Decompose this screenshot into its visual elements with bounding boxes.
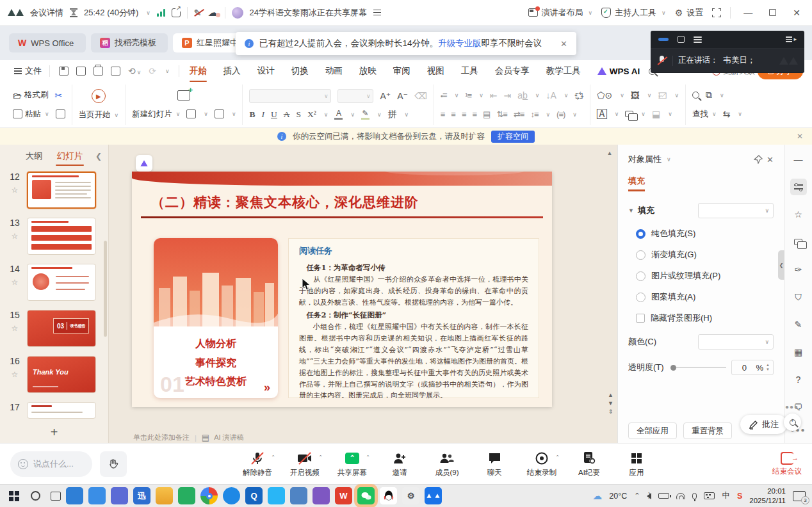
cut-icon[interactable]: ✂ [55,90,63,101]
rail-properties-icon[interactable] [790,179,807,195]
option-gradient-fill[interactable]: 渐变填充(G) [628,249,774,261]
chevron-up-icon[interactable]: ⌃ [366,455,370,460]
menu-member[interactable]: 会员专享 [487,61,537,81]
align-left-icon[interactable]: ≡ [441,109,445,119]
taskbar-search-icon[interactable] [31,491,40,501]
slide-nav-buttons[interactable]: ▲ ▼ ⇕ [608,392,613,415]
increase-indent-icon[interactable]: ⇥ [504,90,512,101]
tab-slides[interactable]: 幻灯片 [56,148,85,165]
opacity-slider[interactable] [670,365,726,371]
slide-layout-icon[interactable] [186,109,196,118]
increase-font-icon[interactable]: A⁺ [380,91,391,101]
menu-transition[interactable]: 切换 [284,61,316,81]
align-right-icon[interactable]: ≡ [462,109,466,119]
expand-storage-button[interactable]: 扩容空间 [491,131,535,143]
format-painter-button[interactable]: 🗁格式刷 [13,90,49,101]
option-pattern-fill[interactable]: 图案填充(A) [628,291,774,303]
rail-collapse-icon[interactable]: — [790,151,807,168]
font-name-select[interactable]: ∨ [249,89,331,103]
end-meeting-button[interactable]: 结束会议 [772,452,802,476]
play-from-current-button[interactable]: 当页开始∨ [79,109,119,120]
tab-docer-templates[interactable]: 稻 找稻壳模板 [91,33,168,52]
overlay-list-icon[interactable] [694,35,702,44]
meeting-details-button[interactable]: 会议详情 [30,7,63,19]
font-color-button[interactable]: A [334,109,343,120]
weather-icon[interactable]: ☁ [592,490,602,502]
rail-effects-icon[interactable]: ✑ [790,261,807,278]
save-icon[interactable] [59,67,69,76]
new-slide-button[interactable]: 新建幻灯片∨ [132,109,180,120]
task-view-icon[interactable] [51,492,61,501]
panel-close-icon[interactable]: ✕ [767,155,774,165]
meeting-timer[interactable]: 25:42 (40分钟) [84,7,138,19]
weather-temp[interactable]: 20°C [609,492,627,501]
host-tools-button[interactable]: 主持人工具∨ [601,7,666,19]
highlight-color-button[interactable]: ✎ [361,109,369,120]
slide-thumb-15[interactable]: 15☆ 03读书感悟 [6,310,106,347]
fill-tab[interactable]: 填充 [628,175,645,191]
row-spacing-icon[interactable]: ⇅≡ [496,109,507,119]
slide-thumb-13[interactable]: 13☆ [6,218,106,255]
zoom-more-icon[interactable]: ●●● [785,403,799,410]
find-button[interactable]: 查找∨ [692,109,717,120]
paste-button[interactable]: 粘贴∨ [13,109,49,120]
menu-home[interactable]: 开始 [182,61,215,81]
superscript-button[interactable]: X² [307,109,316,120]
taskbar-app-im[interactable] [268,487,285,504]
section-collapse-icon[interactable]: ▼ [628,207,634,214]
numbered-list-icon[interactable]: ¹≡ [465,91,471,101]
unmute-button[interactable]: 解除静音⌃ [242,451,273,478]
ai-notes-button[interactable]: AI纪要 [574,451,605,478]
invite-button[interactable]: 邀请 [384,451,415,478]
start-video-button[interactable]: 开启视频⌃ [289,451,320,478]
decrease-indent-icon[interactable]: ⇤ [490,90,498,101]
rail-expand-handle[interactable]: ❮ [778,250,784,280]
taskbar-app-xunlei[interactable]: 迅 [133,487,150,504]
network-signal-icon[interactable] [157,9,165,17]
opacity-input[interactable]: 0 % ▲▼ [731,360,774,375]
rail-brush-icon[interactable]: ✎ [790,316,807,333]
taskbar-qq-icon[interactable] [380,487,397,504]
strikethrough-button[interactable]: A [284,109,290,120]
quick-access-caret-icon[interactable]: ∨ [165,68,170,74]
chevron-up-icon[interactable]: ⌃ [318,455,323,460]
fill-preset-select[interactable]: ∨ [698,203,774,218]
vertical-align-icon[interactable]: (≡) [556,109,565,119]
justify-icon[interactable]: ≡ [473,109,477,119]
slide-thumb-12[interactable]: 12☆ [6,172,106,209]
slide-template-icon[interactable] [215,109,224,118]
option-solid-fill[interactable]: 纯色填充(S) [628,228,774,239]
reset-background-button[interactable]: 重置背景 [683,422,732,439]
taskbar-qq-browser[interactable]: Q [245,487,263,504]
taskbar-settings-icon[interactable]: ⚙ [402,487,419,504]
taskbar-app-blue[interactable] [290,487,307,504]
redo-icon[interactable]: ⟳ [149,66,156,76]
fullscreen-icon[interactable] [712,8,721,17]
tray-mic-icon[interactable] [692,493,697,499]
shape-outline-icon[interactable]: ⬓ [652,109,660,119]
menu-slideshow[interactable]: 放映 [352,61,384,81]
emoji-icon[interactable] [18,459,28,469]
color-select[interactable]: ∨ [698,334,774,350]
tab-outline[interactable]: 大纲 [24,148,44,165]
notice-close-icon[interactable]: ✕ [560,39,567,49]
maximize-button[interactable] [769,9,776,16]
stop-recording-button[interactable]: 结束录制⌃ [526,451,557,478]
copy-icon[interactable] [56,109,65,118]
battery-icon[interactable] [658,493,669,499]
notification-center-icon[interactable]: 3 [793,491,806,501]
bullet-list-icon[interactable]: 🞄≡ [441,90,447,101]
rail-help-icon[interactable]: ? [790,371,807,388]
taskbar-wechat-icon[interactable] [357,487,375,504]
raise-hand-button[interactable] [100,451,127,477]
sidebar-scrollbar[interactable] [104,241,107,337]
play-from-current-icon[interactable]: ▶ [92,89,106,103]
decrease-font-icon[interactable]: A⁻ [397,91,408,101]
overlay-minimize-icon[interactable] [658,38,669,41]
tab-wps-office[interactable]: W WPS Office [9,33,86,52]
menu-view[interactable]: 视图 [419,61,452,81]
print-icon[interactable] [93,67,103,76]
cloud-record-icon[interactable]: ☁ [208,6,218,19]
overlay-window-icon[interactable] [678,36,685,43]
pinyin-guide-icon[interactable]: 拼 [388,109,397,120]
